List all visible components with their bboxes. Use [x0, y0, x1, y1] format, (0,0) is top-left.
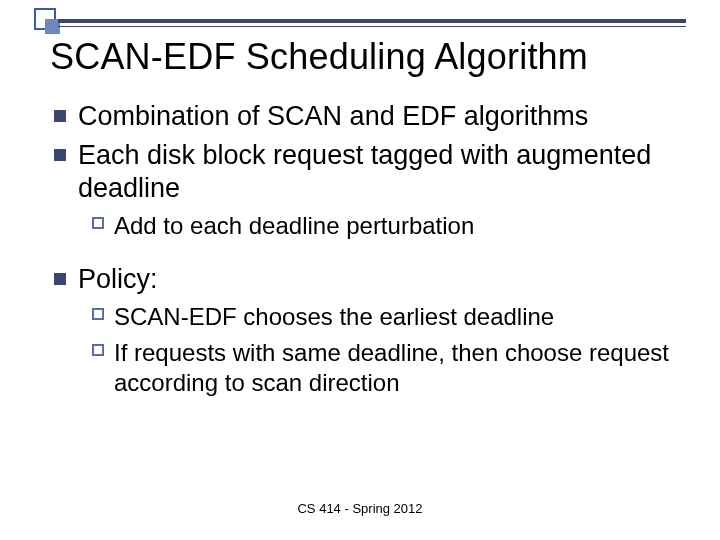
rule-thick: [58, 19, 686, 23]
bullet-hollow-square-icon: [92, 217, 104, 229]
bullet-hollow-square-icon: [92, 308, 104, 320]
bullet-text: SCAN-EDF chooses the earliest deadline: [114, 302, 554, 332]
page-title: SCAN-EDF Scheduling Algorithm: [50, 36, 690, 78]
spacer: [54, 247, 674, 263]
bullet-text: Policy:: [78, 263, 158, 296]
rule-thin: [58, 26, 686, 27]
bullet-text: Add to each deadline perturbation: [114, 211, 474, 241]
bullet-text: Each disk block request tagged with augm…: [78, 139, 674, 205]
bullet-level1: Policy:: [54, 263, 674, 296]
bullet-text: Combination of SCAN and EDF algorithms: [78, 100, 588, 133]
bullet-level2: If requests with same deadline, then cho…: [92, 338, 674, 398]
content-body: Combination of SCAN and EDF algorithms E…: [54, 100, 674, 404]
footer-text: CS 414 - Spring 2012: [0, 501, 720, 516]
horizontal-rule: [58, 19, 686, 27]
bullet-level2: Add to each deadline perturbation: [92, 211, 674, 241]
bullet-level2: SCAN-EDF chooses the earliest deadline: [92, 302, 674, 332]
bullet-level1: Combination of SCAN and EDF algorithms: [54, 100, 674, 133]
bullet-level1: Each disk block request tagged with augm…: [54, 139, 674, 205]
slide: SCAN-EDF Scheduling Algorithm Combinatio…: [0, 0, 720, 540]
bullet-text: If requests with same deadline, then cho…: [114, 338, 674, 398]
bullet-square-icon: [54, 110, 66, 122]
bullet-square-icon: [54, 149, 66, 161]
bullet-square-icon: [54, 273, 66, 285]
bullet-hollow-square-icon: [92, 344, 104, 356]
